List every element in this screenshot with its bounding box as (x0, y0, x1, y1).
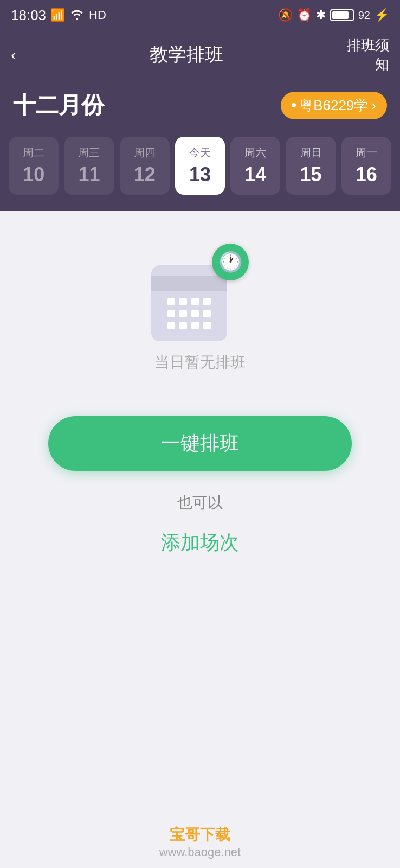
cal-dot (167, 298, 175, 305)
badge-dot (292, 103, 296, 107)
cal-dots-grid (160, 298, 218, 329)
rules-link[interactable]: 排班须知 (335, 36, 389, 74)
clock-badge: 🕐 (212, 244, 249, 280)
charge-icon: ⚡ (375, 8, 389, 22)
day-label: 周六 (244, 145, 266, 160)
signal-icon: 📶 (50, 8, 65, 22)
calendar-day-11[interactable]: 周三11 (64, 137, 114, 195)
calendar-day-15[interactable]: 周日15 (286, 137, 336, 195)
calendar-day-13[interactable]: 今天13 (175, 137, 225, 195)
footer-url: www.baoge.net (9, 845, 391, 859)
cal-dot (203, 322, 211, 329)
cal-dot (203, 298, 211, 305)
cal-dot (203, 310, 211, 317)
mute-icon: 🔕 (278, 8, 293, 22)
day-label: 周一 (356, 145, 377, 160)
time-display: 18:03 (11, 7, 46, 24)
cal-dot (179, 322, 187, 329)
day-number: 14 (244, 163, 266, 186)
empty-state: 🕐 当日暂无排班 (151, 244, 249, 373)
illustration: 🕐 (151, 244, 249, 341)
alarm-icon: ⏰ (297, 8, 312, 22)
month-label: 十二月份 (13, 90, 104, 120)
badge-text: 粤B6229学 (299, 96, 368, 115)
cal-dot (191, 298, 199, 305)
battery-percent: 92 (358, 9, 370, 22)
status-right: 🔕 ⏰ ✱ 92 ⚡ (278, 8, 389, 22)
cal-dot (179, 310, 187, 317)
main-content: 🕐 当日暂无排班 一键排班 也可以 添加场次 (0, 211, 400, 862)
battery-indicator (330, 9, 354, 21)
cal-dot (191, 310, 199, 317)
calendar-week: 周二10周三11周四12今天13周六14周日15周一16 (0, 131, 400, 211)
clock-icon: 🕐 (218, 251, 243, 273)
cal-dot (167, 310, 175, 317)
day-number: 12 (134, 163, 156, 186)
day-number: 15 (300, 163, 322, 186)
status-bar: 18:03 📶 HD 🔕 ⏰ ✱ 92 ⚡ (0, 0, 400, 30)
month-row: 十二月份 粤B6229学 › (0, 85, 400, 131)
vehicle-badge[interactable]: 粤B6229学 › (281, 92, 387, 119)
footer: 宝哥下载 www.baoge.net (0, 816, 400, 868)
calendar-day-10[interactable]: 周二10 (9, 137, 59, 195)
cal-dot (179, 298, 187, 305)
calendar-illustration (151, 265, 227, 341)
page-title: 教学排班 (38, 42, 335, 67)
footer-brand: 宝哥下载 (9, 825, 391, 845)
day-label: 周三 (78, 145, 100, 160)
calendar-day-12[interactable]: 周四12 (120, 137, 170, 195)
cal-dot (191, 322, 199, 329)
separator-text: 也可以 (177, 493, 223, 513)
day-number: 13 (189, 163, 211, 186)
back-button[interactable]: ‹ (11, 46, 38, 64)
add-session-link[interactable]: 添加场次 (161, 529, 239, 556)
empty-message: 当日暂无排班 (154, 352, 246, 373)
day-label: 周日 (300, 145, 322, 160)
day-number: 16 (356, 163, 377, 186)
wifi-icon (69, 7, 85, 24)
cal-header-bar (151, 276, 227, 291)
header: ‹ 教学排班 排班须知 (0, 30, 400, 85)
day-label: 周二 (23, 145, 44, 160)
cal-dot (167, 322, 175, 329)
badge-chevron: › (371, 97, 376, 114)
day-number: 10 (23, 163, 44, 186)
day-number: 11 (78, 163, 100, 186)
day-label: 今天 (189, 145, 211, 160)
status-left: 18:03 📶 HD (11, 7, 106, 24)
day-label: 周四 (134, 145, 156, 160)
calendar-day-16[interactable]: 周一16 (341, 137, 391, 195)
bluetooth-icon: ✱ (316, 8, 326, 22)
hd-label: HD (89, 8, 106, 22)
calendar-day-14[interactable]: 周六14 (230, 137, 280, 195)
one-click-schedule-button[interactable]: 一键排班 (48, 416, 352, 471)
